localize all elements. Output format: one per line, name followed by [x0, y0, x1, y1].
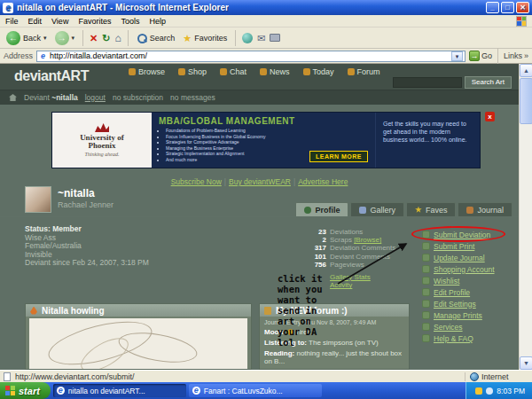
- minimize-button[interactable]: _: [486, 2, 499, 13]
- scrollbar-thumb[interactable]: [520, 78, 532, 124]
- stat-value: 101: [301, 253, 326, 261]
- maximize-button[interactable]: □: [501, 2, 514, 13]
- back-button[interactable]: ← Back ▾: [4, 30, 49, 46]
- update-journal-link[interactable]: Update Journal: [422, 252, 495, 263]
- address-field[interactable]: e ▾: [36, 51, 466, 62]
- nav-today[interactable]: Today: [303, 67, 334, 76]
- toolbar-separator: [82, 30, 83, 46]
- ad-close-button[interactable]: x: [485, 112, 495, 121]
- print-button[interactable]: [270, 34, 280, 42]
- menu-help[interactable]: Help: [149, 17, 166, 26]
- tab-faves[interactable]: Faves: [406, 202, 457, 216]
- home-button[interactable]: ⌂: [114, 31, 121, 45]
- browse-scraps-link[interactable]: [Browse]: [354, 236, 381, 244]
- menu-view[interactable]: View: [51, 17, 68, 26]
- favorites-button[interactable]: ★ Favorites: [181, 30, 229, 46]
- back-dropdown-icon[interactable]: ▾: [43, 35, 47, 42]
- action-label: Submit Print: [434, 242, 474, 251]
- journal-icon: [264, 307, 271, 315]
- scroll-up-icon[interactable]: ▲: [520, 64, 532, 77]
- stat-label: Deviant Comments: [330, 253, 390, 261]
- messages-status[interactable]: no messages: [170, 93, 215, 102]
- manage-prints-icon: [422, 311, 430, 319]
- tab-profile[interactable]: Profile: [295, 202, 348, 216]
- chat-icon: [220, 68, 227, 75]
- gallery-stats-link[interactable]: Gallery Stats: [330, 273, 395, 281]
- stop-button[interactable]: ✕: [90, 31, 98, 45]
- mail-button[interactable]: ✉: [257, 31, 265, 45]
- tab-gallery[interactable]: Gallery: [350, 202, 404, 216]
- services-link[interactable]: Services: [422, 321, 495, 332]
- scroll-down-icon[interactable]: ▼: [520, 356, 532, 370]
- deviantart-logo[interactable]: deviantART: [14, 68, 89, 84]
- vertical-scrollbar[interactable]: ▲ ▼: [519, 64, 532, 370]
- clock[interactable]: 8:03 PM: [497, 387, 525, 395]
- titlebar[interactable]: e nitalla on deviantART - Microsoft Inte…: [0, 0, 532, 15]
- forward-dropdown-icon[interactable]: ▾: [72, 35, 75, 42]
- site-search-input[interactable]: [393, 77, 462, 88]
- nav-browse[interactable]: Browse: [129, 67, 165, 76]
- search-label: Search: [150, 34, 176, 43]
- close-button[interactable]: ✕: [516, 2, 529, 13]
- taskbar: start e nitalla on deviantART... e Fanar…: [0, 382, 532, 399]
- subscribe-now-link[interactable]: Subscribe Now: [171, 177, 222, 186]
- advertise-here-link[interactable]: Advertise Here: [298, 177, 348, 186]
- stat-row: 756Pageviews: [301, 261, 395, 269]
- shopping-account-link[interactable]: Shopping Account: [422, 263, 495, 275]
- stat-label: Scraps: [330, 236, 352, 244]
- subnav-username[interactable]: ~nitalla: [51, 93, 78, 102]
- wishlist-icon: [422, 277, 430, 285]
- forum-icon: [348, 68, 355, 75]
- nav-news[interactable]: News: [260, 67, 290, 76]
- forward-button[interactable]: → ▾: [53, 30, 77, 46]
- help-faq-link[interactable]: Help & FAQ: [422, 332, 495, 344]
- tray-icon[interactable]: [486, 387, 493, 395]
- update-journal-icon: [422, 254, 430, 262]
- globe-icon: [470, 372, 479, 381]
- go-button[interactable]: → Go: [469, 51, 492, 61]
- menu-file[interactable]: File: [5, 17, 19, 26]
- learn-more-button[interactable]: LEARN MORE: [309, 151, 368, 162]
- browse-icon: [129, 68, 136, 75]
- subscription-status[interactable]: no subscription: [113, 93, 163, 102]
- news-icon: [260, 68, 267, 75]
- action-label: Edit Profile: [434, 288, 470, 297]
- home-icon[interactable]: [9, 94, 17, 101]
- nav-shop[interactable]: Shop: [178, 67, 207, 76]
- flame-icon: [30, 307, 37, 315]
- nav-forum[interactable]: Forum: [348, 67, 380, 76]
- taskbar-task-2[interactable]: e Fanart : CatLuvsZuko...: [189, 384, 322, 397]
- links-label: Links: [504, 51, 522, 60]
- deviation-thumbnail[interactable]: [29, 318, 247, 369]
- activity-link[interactable]: Activity: [330, 281, 395, 289]
- history-button[interactable]: [242, 33, 253, 43]
- menu-edit[interactable]: Edit: [28, 17, 43, 26]
- buy-deviantwear-link[interactable]: Buy deviantWEAR: [229, 177, 291, 186]
- advertiser-panel: University ofPhoenix Thinking ahead.: [52, 113, 152, 168]
- tabs-divider: [0, 216, 519, 217]
- logout-link[interactable]: logout: [85, 93, 106, 102]
- tray-icon[interactable]: [475, 387, 482, 395]
- edit-settings-link[interactable]: Edit Settings: [422, 298, 495, 309]
- manage-prints-link[interactable]: Manage Prints: [422, 309, 495, 321]
- edit-profile-link[interactable]: Edit Profile: [422, 286, 495, 298]
- menu-favorites[interactable]: Favorites: [78, 17, 111, 26]
- stat-label: Deviation Comments: [330, 244, 395, 252]
- status-url: http://www.deviantart.com/submit/: [15, 372, 135, 381]
- address-input[interactable]: [50, 51, 449, 60]
- nav-chat[interactable]: Chat: [220, 67, 246, 76]
- browser-toolbar: ← Back ▾ → ▾ ✕ ↻ ⌂ Search ★ Favorites ✉: [0, 27, 532, 49]
- ad-banner[interactable]: University ofPhoenix Thinking ahead. MBA…: [51, 112, 481, 168]
- taskbar-task-1[interactable]: e nitalla on deviantART...: [53, 384, 186, 397]
- back-icon: ←: [6, 31, 20, 45]
- search-button[interactable]: Search: [135, 32, 177, 44]
- search-art-button[interactable]: Search Art: [465, 76, 512, 89]
- start-button[interactable]: start: [0, 382, 51, 399]
- address-dropdown-icon[interactable]: ▾: [451, 51, 463, 61]
- tab-journal[interactable]: Journal: [458, 202, 512, 216]
- links-menu[interactable]: Links »: [504, 51, 528, 60]
- wishlist-link[interactable]: Wishlist: [422, 275, 495, 286]
- refresh-button[interactable]: ↻: [102, 31, 110, 45]
- avatar[interactable]: [25, 186, 51, 213]
- menu-tools[interactable]: Tools: [121, 17, 139, 26]
